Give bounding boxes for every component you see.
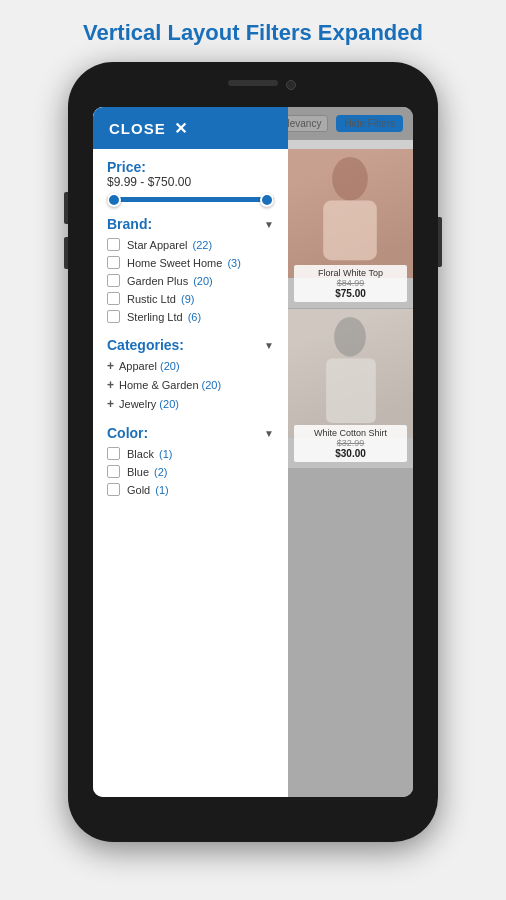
filter-body: Price: $9.99 - $750.00 Brand: ▼ (93, 149, 288, 797)
brand-checkbox-1[interactable] (107, 256, 120, 269)
phone-screen: Items per page: 24 Sort: Relevancy Hide … (93, 107, 413, 797)
volume-up-button (64, 192, 68, 224)
volume-down-button (64, 237, 68, 269)
brand-item-3[interactable]: Rustic Ltd (9) (107, 292, 274, 305)
brand-section-header: Brand: ▼ (107, 216, 274, 232)
filter-header[interactable]: CLOSE ✕ (93, 107, 288, 149)
filter-panel: CLOSE ✕ Price: $9.99 - $750.00 B (93, 107, 288, 797)
brand-label-4: Sterling Ltd (6) (127, 311, 201, 323)
brand-item-2[interactable]: Garden Plus (20) (107, 274, 274, 287)
category-expand-icon-0[interactable]: + (107, 359, 114, 373)
hide-filters-button[interactable]: Hide Filters (336, 115, 403, 132)
brand-checkbox-0[interactable] (107, 238, 120, 251)
phone-frame: Items per page: 24 Sort: Relevancy Hide … (68, 62, 438, 842)
brand-label-2: Garden Plus (20) (127, 275, 213, 287)
color-list: Black (1) Blue (2) Gold (1) (107, 447, 274, 496)
power-button (438, 217, 442, 267)
price-range-label: $9.99 - $750.00 (107, 175, 274, 189)
brand-list: Star Apparel (22) Home Sweet Home (3) Ga… (107, 238, 274, 323)
price-slider-max-thumb[interactable] (260, 193, 274, 207)
category-expand-icon-1[interactable]: + (107, 378, 114, 392)
color-label-0: Black (1) (127, 448, 172, 460)
color-item-0[interactable]: Black (1) (107, 447, 274, 460)
color-label-2: Gold (1) (127, 484, 169, 496)
brand-item-4[interactable]: Sterling Ltd (6) (107, 310, 274, 323)
categories-section-header: Categories: ▼ (107, 337, 274, 353)
brand-checkbox-3[interactable] (107, 292, 120, 305)
product-area: Floral White Top $84.99 $75.00 White Cot… (288, 149, 413, 797)
brand-item-1[interactable]: Home Sweet Home (3) (107, 256, 274, 269)
brand-checkbox-4[interactable] (107, 310, 120, 323)
brand-item-0[interactable]: Star Apparel (22) (107, 238, 274, 251)
category-item-2[interactable]: + Jewelry (20) (107, 397, 274, 411)
product-sale-price-1: $75.00 (297, 288, 404, 299)
product-name-2: White Cotton Shirt (297, 428, 404, 438)
color-section-title: Color: (107, 425, 148, 441)
page-title: Vertical Layout Filters Expanded (0, 0, 506, 62)
close-icon[interactable]: ✕ (174, 119, 188, 138)
brand-label-3: Rustic Ltd (9) (127, 293, 194, 305)
color-section: Color: ▼ Black (1) Blue (2) Gold (1) (107, 425, 274, 496)
category-item-1[interactable]: + Home & Garden (20) (107, 378, 274, 392)
svg-point-2 (334, 317, 366, 357)
category-label-1: Home & Garden (20) (119, 379, 221, 391)
categories-chevron-icon[interactable]: ▼ (264, 340, 274, 351)
close-label[interactable]: CLOSE (109, 120, 166, 137)
product-card-1: Floral White Top $84.99 $75.00 (288, 149, 413, 309)
color-checkbox-2[interactable] (107, 483, 120, 496)
color-checkbox-0[interactable] (107, 447, 120, 460)
product-info-1: Floral White Top $84.99 $75.00 (294, 265, 407, 302)
color-label-1: Blue (2) (127, 466, 168, 478)
category-item-0[interactable]: + Apparel (20) (107, 359, 274, 373)
product-orig-price-2: $32.99 (297, 438, 404, 448)
product-name-1: Floral White Top (297, 268, 404, 278)
color-chevron-icon[interactable]: ▼ (264, 428, 274, 439)
brand-section: Brand: ▼ Star Apparel (22) Home Sweet Ho… (107, 216, 274, 323)
svg-rect-1 (323, 201, 377, 261)
brand-checkbox-2[interactable] (107, 274, 120, 287)
svg-rect-3 (326, 359, 376, 424)
product-card-2: White Cotton Shirt $32.99 $30.00 (288, 309, 413, 469)
product-orig-price-1: $84.99 (297, 278, 404, 288)
color-item-1[interactable]: Blue (2) (107, 465, 274, 478)
categories-section: Categories: ▼ + Apparel (20) + Home & Ga… (107, 337, 274, 411)
brand-section-title: Brand: (107, 216, 152, 232)
price-slider-track[interactable] (107, 197, 274, 202)
brand-chevron-icon[interactable]: ▼ (264, 219, 274, 230)
category-list: + Apparel (20) + Home & Garden (20) + Je… (107, 359, 274, 411)
product-image-1 (288, 149, 413, 278)
category-label-2: Jewelry (20) (119, 398, 179, 410)
color-item-2[interactable]: Gold (1) (107, 483, 274, 496)
color-section-header: Color: ▼ (107, 425, 274, 441)
category-expand-icon-2[interactable]: + (107, 397, 114, 411)
price-section: Price: $9.99 - $750.00 (107, 159, 274, 202)
brand-label-0: Star Apparel (22) (127, 239, 212, 251)
categories-section-title: Categories: (107, 337, 184, 353)
product-sale-price-2: $30.00 (297, 448, 404, 459)
product-image-2 (288, 309, 413, 438)
product-info-2: White Cotton Shirt $32.99 $30.00 (294, 425, 407, 462)
category-label-0: Apparel (20) (119, 360, 180, 372)
price-slider-min-thumb[interactable] (107, 193, 121, 207)
brand-label-1: Home Sweet Home (3) (127, 257, 241, 269)
price-section-title: Price: (107, 159, 274, 175)
color-checkbox-1[interactable] (107, 465, 120, 478)
svg-point-0 (332, 157, 368, 201)
phone-speaker (228, 80, 278, 86)
phone-camera (286, 80, 296, 90)
